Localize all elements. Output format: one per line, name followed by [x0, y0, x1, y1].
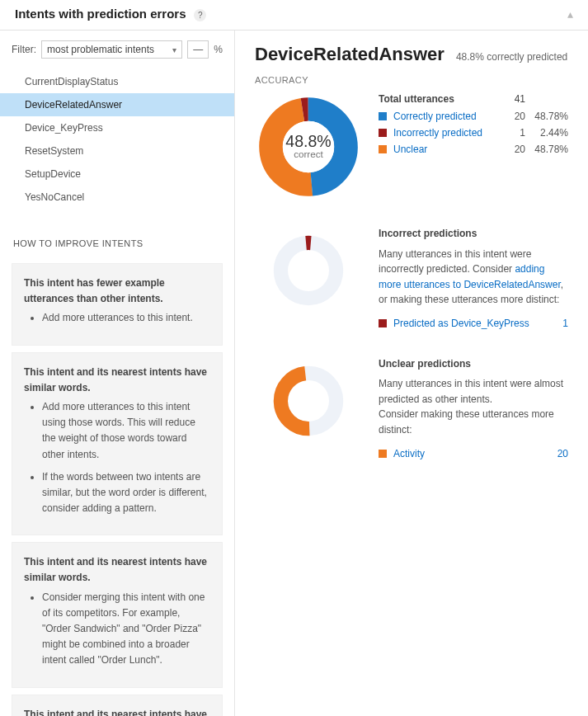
tips-container: This intent has fewer example utterances… — [0, 263, 234, 716]
intent-list-item[interactable]: Device_KeyPress — [0, 116, 234, 139]
help-icon[interactable]: ? — [194, 9, 206, 21]
prediction-count[interactable]: 1 — [548, 316, 568, 332]
intent-subtitle: 48.8% correctly predicted — [456, 51, 567, 63]
filter-row: Filter: most problematic intents ▾ — % — [0, 31, 234, 65]
total-utterances-label: Total utterances — [379, 93, 497, 105]
total-utterances-value: 41 — [497, 93, 525, 105]
accuracy-stat-row: Incorrectly predicted12.44% — [379, 125, 568, 141]
legend-swatch — [379, 129, 387, 137]
stat-label[interactable]: Incorrectly predicted — [393, 127, 497, 139]
unclear-text2: Consider making these utterances more di… — [379, 407, 568, 437]
tip-bullet: If the words between two intents are sim… — [42, 469, 210, 517]
howto-heading: HOW TO IMPROVE INTENTS — [0, 224, 234, 257]
unclear-donut — [255, 356, 362, 462]
accuracy-donut: 48.8% correct — [255, 93, 362, 203]
donut-center-main: 48.8% — [285, 132, 331, 150]
collapse-chevron-icon[interactable]: ▴ — [567, 7, 573, 21]
unclear-title: Unclear predictions — [379, 356, 568, 372]
tip-title: This intent and its nearest intents have… — [24, 365, 210, 396]
incorrect-title: Incorrect predictions — [379, 226, 568, 242]
accuracy-stat-row: Unclear2048.78% — [379, 141, 568, 158]
percent-label: % — [214, 44, 223, 55]
right-column: DeviceRelatedAnswer 48.8% correctly pred… — [235, 31, 588, 716]
tip-bullet: Consider merging this intent with one of… — [42, 590, 210, 669]
incorrect-prediction-row: Predicted as Device_KeyPress1 — [379, 316, 568, 332]
tip-title: This intent and its nearest intents have… — [24, 554, 210, 586]
donut-center-sub: correct — [294, 148, 323, 159]
legend-swatch — [379, 145, 387, 153]
tip-title: This intent has fewer example utterances… — [24, 276, 210, 307]
stat-label[interactable]: Unclear — [393, 144, 497, 155]
legend-swatch — [379, 319, 387, 327]
left-column: Filter: most problematic intents ▾ — % C… — [0, 31, 235, 716]
svg-point-4 — [280, 243, 336, 298]
panel-header: Intents with prediction errors ? ▴ — [0, 0, 588, 31]
legend-swatch — [379, 112, 387, 120]
stat-pct: 48.78% — [525, 144, 568, 155]
accuracy-stat-row: Correctly predicted2048.78% — [379, 108, 568, 125]
prediction-count[interactable]: 20 — [548, 446, 568, 462]
intent-list-item[interactable]: CurrentDisplayStatus — [0, 70, 234, 93]
caret-down-icon: ▾ — [172, 45, 176, 54]
unclear-prediction-row: Activity20 — [379, 446, 568, 462]
legend-swatch — [379, 450, 387, 458]
stat-count: 20 — [497, 144, 525, 155]
stat-label[interactable]: Correctly predicted — [393, 111, 497, 122]
tip-bullet: Add more utterances to this intent. — [42, 310, 210, 326]
tip-title: This intent and its nearest intents have… — [24, 707, 210, 716]
intent-list-item[interactable]: ResetSystem — [0, 139, 234, 163]
intent-list: CurrentDisplayStatusDeviceRelatedAnswerD… — [0, 65, 234, 224]
stat-count: 1 — [497, 127, 525, 139]
filter-clear-button[interactable]: — — [187, 40, 209, 59]
filter-dropdown[interactable]: most problematic intents ▾ — [41, 40, 182, 59]
improvement-tip: This intent and its nearest intents have… — [12, 352, 223, 536]
panel-title: Intents with prediction errors — [15, 7, 186, 21]
stat-count: 20 — [497, 111, 525, 122]
accuracy-stats: Total utterances 41 Correctly predicted2… — [379, 93, 568, 203]
improvement-tip: This intent and its nearest intents have… — [12, 695, 223, 716]
incorrect-text: Many utterances in this intent were inco… — [379, 247, 568, 308]
filter-label: Filter: — [12, 44, 36, 55]
intent-title: DeviceRelatedAnswer — [255, 44, 445, 65]
improvement-tip: This intent has fewer example utterances… — [12, 263, 223, 346]
prediction-label[interactable]: Activity — [393, 446, 548, 462]
filter-selected: most problematic intents — [47, 44, 154, 55]
intent-list-item[interactable]: YesNoCancel — [0, 186, 234, 209]
intent-list-item[interactable]: DeviceRelatedAnswer — [0, 93, 234, 116]
stat-pct: 2.44% — [525, 127, 568, 139]
improvement-tip: This intent and its nearest intents have… — [12, 542, 223, 687]
unclear-text1: Many utterances in this intent were almo… — [379, 376, 568, 407]
accuracy-label: ACCURACY — [255, 75, 568, 85]
prediction-label[interactable]: Predicted as Device_KeyPress — [393, 316, 548, 332]
incorrect-donut — [255, 226, 362, 332]
tip-bullet: Add more utterances to this intent using… — [42, 399, 210, 463]
intent-list-item[interactable]: SetupDevice — [0, 163, 234, 186]
stat-pct: 48.78% — [525, 111, 568, 122]
